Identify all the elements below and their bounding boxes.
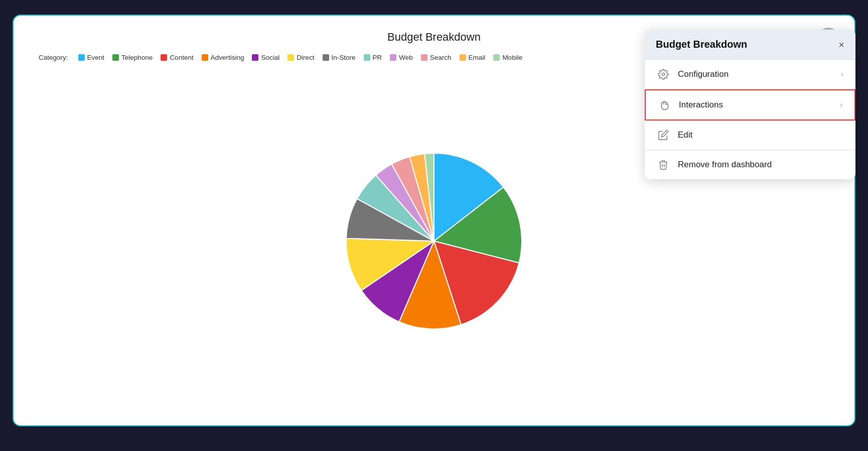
gear-icon (657, 69, 670, 80)
legend-item: Email (460, 54, 486, 61)
legend-color (78, 54, 85, 61)
legend-color (252, 54, 258, 61)
legend-item: Event (78, 54, 105, 61)
legend-item: Social (252, 54, 279, 61)
legend-color (112, 54, 119, 61)
category-label: Category: (39, 54, 68, 61)
interactions-label: Interactions (679, 100, 723, 110)
legend-color (493, 54, 500, 61)
menu-item-edit[interactable]: Edit (645, 121, 855, 150)
legend-item: Web (390, 54, 413, 61)
legend-label: Advertising (211, 54, 244, 61)
legend-item: Mobile (493, 54, 522, 61)
legend-label: Search (430, 54, 452, 61)
legend-item: PR (364, 54, 382, 61)
context-menu-panel: Budget Breakdown × Configuration › Inter… (645, 30, 855, 179)
close-button[interactable]: × (838, 40, 844, 50)
menu-item-remove[interactable]: Remove from dashboard (645, 150, 855, 179)
legend-color (390, 54, 396, 61)
chevron-right-icon-2: › (840, 100, 842, 109)
legend-color (421, 54, 427, 61)
menu-item-interactions[interactable]: Interactions › (645, 89, 855, 121)
legend-label: PR (373, 54, 382, 61)
legend-color (460, 54, 466, 61)
page-container: Budget Breakdown ··· Category:EventTelep… (13, 15, 855, 436)
legend-item: Direct (287, 54, 314, 61)
legend-label: Direct (297, 54, 314, 61)
legend-label: In-Store (332, 54, 356, 61)
pencil-icon (657, 130, 670, 141)
legend-label: Event (87, 54, 105, 61)
chevron-right-icon: › (841, 70, 843, 79)
configuration-label: Configuration (678, 69, 729, 79)
legend-item: Advertising (202, 54, 244, 61)
legend-item: Search (421, 54, 452, 61)
edit-label: Edit (678, 130, 692, 140)
legend-label: Email (469, 54, 486, 61)
legend-color (287, 54, 294, 61)
remove-label: Remove from dashboard (678, 160, 772, 170)
panel-title: Budget Breakdown (656, 39, 747, 50)
pie-chart (339, 146, 529, 336)
legend-label: Web (399, 54, 413, 61)
legend-item: In-Store (323, 54, 356, 61)
legend-color (323, 54, 329, 61)
legend-color (202, 54, 208, 61)
legend-label: Social (261, 54, 279, 61)
legend-item: Telephone (112, 54, 153, 61)
legend-color (364, 54, 370, 61)
trash-icon (657, 159, 670, 170)
legend-label: Content (170, 54, 193, 61)
hand-icon (658, 99, 671, 110)
legend-color (161, 54, 167, 61)
menu-item-configuration[interactable]: Configuration › (645, 60, 855, 89)
legend-label: Mobile (502, 54, 522, 61)
legend-item: Content (161, 54, 193, 61)
panel-header: Budget Breakdown × (645, 30, 855, 60)
svg-point-0 (662, 73, 665, 76)
legend-label: Telephone (121, 54, 153, 61)
